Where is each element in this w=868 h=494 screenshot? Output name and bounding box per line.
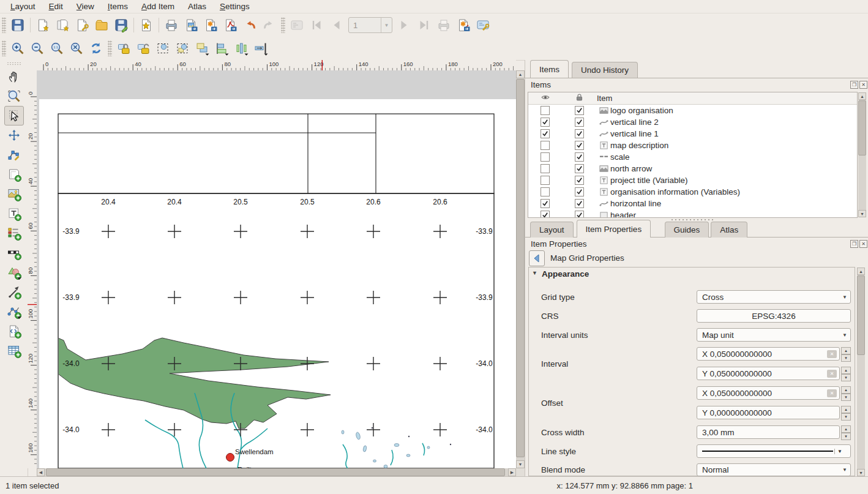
new-layout-button[interactable] <box>33 15 53 35</box>
menu-edit[interactable]: Edit <box>42 1 70 12</box>
close-panel-icon[interactable]: ✕ <box>859 81 867 89</box>
lock-checkbox[interactable] <box>575 164 584 173</box>
lock-checkbox[interactable] <box>575 211 584 218</box>
close-panel-icon[interactable]: ✕ <box>859 240 867 248</box>
item-row-horizontal-line[interactable]: horizontal line <box>528 198 857 209</box>
toolbar-handle[interactable] <box>2 40 6 56</box>
visibility-checkbox[interactable] <box>541 199 550 208</box>
lock-checkbox[interactable] <box>575 129 584 138</box>
item-row-map-description[interactable]: map description <box>528 140 857 151</box>
canvas-hscroll-thumb[interactable] <box>46 468 505 476</box>
menu-layout[interactable]: Layout <box>4 1 42 12</box>
clear-field-icon[interactable]: ✕ <box>827 370 837 378</box>
clear-field-icon[interactable]: ✕ <box>827 350 837 358</box>
toolbar-handle[interactable] <box>281 17 285 33</box>
interval-x-field[interactable]: X 0,050000000000✕ <box>697 347 840 361</box>
items-scroll-thumb[interactable] <box>858 100 866 155</box>
visibility-checkbox[interactable] <box>541 164 550 173</box>
last-feature-button[interactable] <box>414 15 434 35</box>
zoom-full-button[interactable] <box>67 39 86 58</box>
unlock-all-button[interactable] <box>133 39 153 58</box>
float-panel-icon[interactable]: ❐ <box>850 81 858 89</box>
preview-atlas-button[interactable] <box>287 15 307 35</box>
visibility-checkbox[interactable] <box>541 118 550 127</box>
visibility-checkbox[interactable] <box>541 211 550 218</box>
atlas-settings-button[interactable] <box>473 15 493 35</box>
export-svg-button[interactable] <box>201 15 220 35</box>
tab-undo-history[interactable]: Undo History <box>572 62 638 78</box>
undo-button[interactable] <box>240 15 260 35</box>
zoom-in-button[interactable] <box>8 39 28 58</box>
canvas-scroll-right[interactable]: ▶ <box>508 468 516 476</box>
menu-settings[interactable]: Settings <box>213 1 256 12</box>
add-html-tool[interactable] <box>4 321 24 341</box>
canvas-vscroll-thumb[interactable] <box>516 79 525 457</box>
interval-units-combo[interactable]: Map unit▼ <box>697 328 851 342</box>
item-row-logo-organisation[interactable]: logo organisation <box>528 105 857 116</box>
items-scroll-down[interactable]: ▼ <box>858 210 866 217</box>
visibility-checkbox[interactable] <box>541 187 550 196</box>
offset-x-field[interactable]: X 0,050000000000✕ <box>697 386 840 400</box>
props-scroll-up[interactable]: ▲ <box>857 268 865 275</box>
items-tree[interactable]: Item logo organisation vertical line 2 v… <box>528 92 858 218</box>
cross-width-field[interactable]: 3,00 mm <box>697 425 840 439</box>
add-scalebar-tool[interactable] <box>4 243 24 263</box>
cross-width-spinner[interactable]: ▲▼ <box>841 425 851 439</box>
lock-checkbox[interactable] <box>575 106 584 115</box>
export-atlas-button[interactable] <box>454 15 473 35</box>
export-image-button[interactable] <box>181 15 201 35</box>
ungroup-items-button[interactable] <box>173 39 192 58</box>
back-button[interactable] <box>529 250 545 266</box>
lock-checkbox[interactable] <box>575 199 584 208</box>
export-pdf-button[interactable] <box>220 15 240 35</box>
item-row-vertical-line-2[interactable]: vertical line 2 <box>528 116 857 128</box>
add-legend-tool[interactable] <box>4 223 24 243</box>
tab-layout[interactable]: Layout <box>530 222 574 238</box>
zoom-actual-button[interactable]: 1:1 <box>47 39 67 58</box>
offset-y-spinner[interactable]: ▲▼ <box>841 406 851 419</box>
resize-items-button[interactable] <box>251 39 271 58</box>
raise-items-button[interactable] <box>192 39 212 58</box>
save-as-button[interactable] <box>111 15 131 35</box>
refresh-button[interactable] <box>86 39 106 58</box>
item-row-vertical-line-1[interactable]: vertical line 1 <box>528 128 857 140</box>
lock-checkbox[interactable] <box>575 176 584 185</box>
select-move-item-tool[interactable] <box>4 106 24 125</box>
add-label-tool[interactable] <box>4 204 24 223</box>
add-node-item-tool[interactable] <box>4 302 24 321</box>
canvas-scroll-down[interactable]: ▼ <box>516 460 525 468</box>
layout-canvas[interactable]: 20.420.420.520.520.620.6-33.9-33.9-33.9-… <box>37 70 516 468</box>
lock-checkbox[interactable] <box>575 152 584 162</box>
lock-checkbox[interactable] <box>575 141 584 150</box>
tab-atlas[interactable]: Atlas <box>711 222 747 238</box>
toolbar-handle[interactable] <box>7 62 21 65</box>
duplicate-layout-button[interactable] <box>53 15 72 35</box>
toolbar-handle[interactable] <box>2 17 6 33</box>
item-row-north-arrow[interactable]: north arrow <box>528 163 857 174</box>
pan-tool[interactable] <box>4 67 24 86</box>
clear-field-icon[interactable]: ✕ <box>827 389 837 397</box>
item-row-header[interactable]: header <box>528 209 857 218</box>
add-picture-tool[interactable] <box>4 184 24 204</box>
tab-guides[interactable]: Guides <box>665 222 709 238</box>
line-style-button[interactable]: ▼ <box>697 444 851 458</box>
previous-feature-button[interactable] <box>326 15 346 35</box>
visibility-checkbox[interactable] <box>541 152 550 162</box>
canvas-scroll-left[interactable]: ◀ <box>37 468 45 476</box>
items-scroll-up[interactable]: ▲ <box>858 92 866 100</box>
align-items-button[interactable] <box>212 39 231 58</box>
lock-checkbox[interactable] <box>575 118 584 127</box>
distribute-items-button[interactable] <box>231 39 251 58</box>
edit-nodes-item-tool[interactable] <box>4 145 24 165</box>
zoom-region-tool[interactable] <box>4 86 24 106</box>
add-attribute-table-tool[interactable] <box>4 341 24 361</box>
atlas-page-spinbox[interactable]: 1▼ <box>348 17 392 33</box>
interval-y-spinner[interactable]: ▲▼ <box>841 367 851 380</box>
collapse-arrow-icon[interactable]: ▼ <box>532 270 537 276</box>
visibility-checkbox[interactable] <box>541 129 550 138</box>
open-folder-button[interactable] <box>92 15 111 35</box>
offset-y-field[interactable]: Y 0,000000000000 <box>697 406 840 419</box>
blend-mode-combo[interactable]: Normal▼ <box>697 463 851 476</box>
item-row-organisation-information-variables-[interactable]: organisation information (Variables) <box>528 186 857 198</box>
visibility-checkbox[interactable] <box>541 176 550 185</box>
